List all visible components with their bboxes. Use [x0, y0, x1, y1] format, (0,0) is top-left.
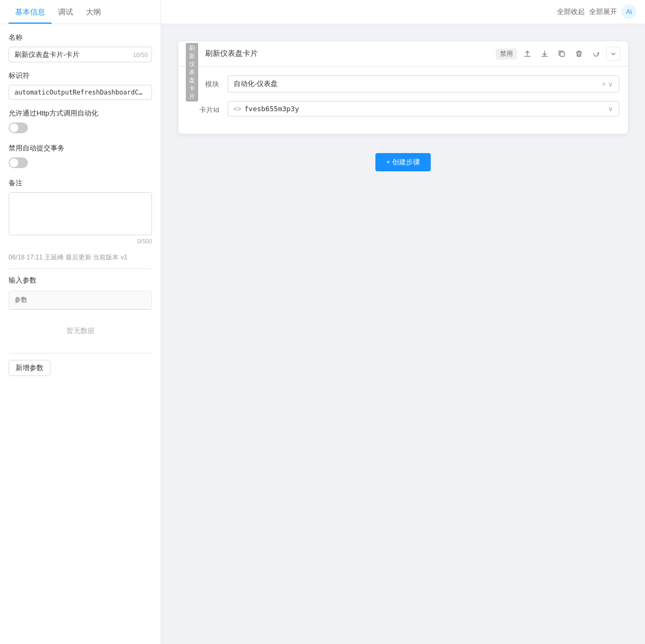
- left-content: 名称 10/50 标识符 允许通过Http方式调用自动化 禁用自动提交事务: [0, 24, 161, 644]
- node-card-header: 刷新仪表盘卡片 ⋮⋮ 刷新仪表盘卡片 禁用: [178, 41, 628, 67]
- disable-submit-label: 禁用自动提交事务: [9, 143, 152, 153]
- name-count: 10/50: [133, 52, 148, 58]
- note-label: 备注: [9, 178, 152, 188]
- divider2: [9, 353, 152, 353]
- card-id-value-container: <> fvesb655m3p3y ∨: [228, 101, 619, 117]
- card-id-chevron-icon[interactable]: ∨: [608, 105, 613, 113]
- empty-state: 暂无数据: [9, 315, 152, 346]
- tooltip-tag: 刷新仪表盘卡片: [186, 43, 198, 102]
- collapse-expand-container: 全部收起 全部展开: [557, 7, 617, 17]
- params-table-header: 参数: [9, 291, 151, 309]
- name-label: 名称: [9, 33, 152, 42]
- status-badge: 禁用: [496, 48, 517, 60]
- left-panel: 基本信息 调试 大纲 名称 10/50 标识符 允许通过Http方式调用自动化: [0, 0, 161, 644]
- note-textarea[interactable]: [9, 192, 152, 235]
- tab-debug[interactable]: 调试: [52, 0, 79, 24]
- svg-rect-0: [560, 52, 564, 56]
- module-select[interactable]: 自动化-仪表盘 × ∨: [228, 75, 619, 92]
- select-icons: × ∨: [601, 80, 613, 88]
- expand-btn[interactable]: 全部展开: [589, 7, 617, 17]
- module-row: 模块 自动化-仪表盘 × ∨: [187, 75, 619, 92]
- card-id-label: 卡片Id: [187, 101, 219, 115]
- clear-icon[interactable]: ×: [601, 80, 606, 88]
- right-panel: 全部收起 全部展开 Ai 刷新仪表盘卡片 ⋮⋮ 刷新仪表盘卡片 禁用: [161, 0, 645, 644]
- node-card: 刷新仪表盘卡片 ⋮⋮ 刷新仪表盘卡片 禁用: [178, 41, 628, 134]
- header-actions-right: 全部收起 全部展开 Ai: [557, 4, 636, 19]
- tabs-header: 基本信息 调试 大纲: [0, 0, 161, 24]
- download-icon-btn[interactable]: [538, 47, 552, 61]
- upload-icon-btn[interactable]: [520, 47, 534, 61]
- chevron-icon[interactable]: ∨: [608, 80, 613, 88]
- avatar[interactable]: Ai: [621, 4, 636, 19]
- card-id-row: 卡片Id <> fvesb655m3p3y ∨: [187, 101, 619, 117]
- http-toggle[interactable]: [9, 122, 28, 133]
- card-id-input[interactable]: <> fvesb655m3p3y ∨: [228, 101, 619, 117]
- params-column-header: 参数: [9, 291, 151, 309]
- name-input[interactable]: [9, 47, 152, 62]
- copy-icon-btn[interactable]: [555, 47, 569, 61]
- main-content: 刷新仪表盘卡片 ⋮⋮ 刷新仪表盘卡片 禁用: [161, 24, 645, 644]
- identifier-input[interactable]: [9, 85, 152, 100]
- card-id-value: fvesb655m3p3y: [244, 105, 608, 113]
- collapse-btn[interactable]: 全部收起: [557, 7, 585, 17]
- code-bracket-icon: <>: [234, 105, 241, 113]
- tab-outline[interactable]: 大纲: [79, 0, 107, 24]
- dropdown-btn[interactable]: [606, 47, 620, 61]
- node-card-actions: 禁用: [496, 47, 620, 61]
- create-step-button[interactable]: + 创建步骤: [375, 153, 431, 171]
- identifier-section: 标识符: [9, 71, 152, 100]
- node-card-title: 刷新仪表盘卡片: [205, 49, 496, 59]
- tab-basic[interactable]: 基本信息: [9, 0, 52, 24]
- delete-icon-btn[interactable]: [572, 47, 586, 61]
- right-header: 全部收起 全部展开 Ai: [161, 0, 645, 24]
- http-toggle-label: 允许通过Http方式调用自动化: [9, 108, 152, 118]
- create-step-area: + 创建步骤: [170, 142, 636, 182]
- refresh-icon-btn[interactable]: [589, 47, 603, 61]
- note-section: 备注 0/500: [9, 178, 152, 244]
- disable-submit-toggle[interactable]: [9, 157, 28, 168]
- node-card-body: 模块 自动化-仪表盘 × ∨: [178, 67, 628, 134]
- add-param-button[interactable]: 新增参数: [9, 360, 50, 376]
- disable-submit-section: 禁用自动提交事务: [9, 143, 152, 170]
- divider: [9, 269, 152, 269]
- http-toggle-section: 允许通过Http方式调用自动化: [9, 108, 152, 135]
- module-value: 自动化-仪表盘: [234, 79, 601, 89]
- input-params-title: 输入参数: [9, 276, 152, 285]
- note-count: 0/500: [9, 238, 152, 244]
- name-section: 名称 10/50: [9, 33, 152, 62]
- module-value-container: 自动化-仪表盘 × ∨: [228, 75, 619, 92]
- identifier-label: 标识符: [9, 71, 152, 81]
- meta-info: 06/18 17:11 王延峰 最后更新 当前版本 v1: [9, 253, 152, 262]
- params-table: 参数: [9, 291, 152, 310]
- name-input-wrapper: 10/50: [9, 47, 152, 62]
